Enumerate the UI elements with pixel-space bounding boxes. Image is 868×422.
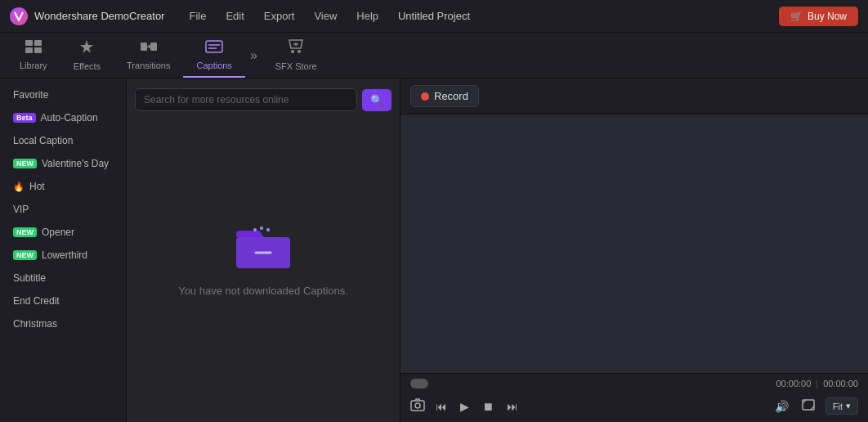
menu-bar: File Edit Export View Help xyxy=(181,7,779,25)
svg-rect-3 xyxy=(34,47,42,53)
menu-edit[interactable]: Edit xyxy=(217,7,252,25)
main-area: Favorite Beta Auto-Caption Local Caption… xyxy=(0,79,868,422)
svg-rect-2 xyxy=(25,47,33,53)
record-label: Record xyxy=(434,90,468,102)
tab-effects[interactable]: Effects xyxy=(60,33,114,78)
sidebar-label-valentines-day: Valentine's Day xyxy=(42,158,109,169)
empty-message: You have not downloaded Captions. xyxy=(178,285,348,297)
svg-marker-4 xyxy=(80,40,93,53)
buy-now-button[interactable]: 🛒 Buy Now xyxy=(779,7,858,26)
sidebar-item-hot[interactable]: 🔥 Hot xyxy=(0,175,126,198)
svg-point-16 xyxy=(266,228,270,231)
search-button[interactable]: 🔍 xyxy=(362,89,391,111)
svg-rect-0 xyxy=(25,40,33,46)
stop-button[interactable]: ⏹ xyxy=(478,397,498,415)
project-title: Untitled Project xyxy=(398,10,470,22)
time-bar: 00:00:00 | 00:00:00 xyxy=(400,374,868,393)
sidebar-label-end-credit: End Credit xyxy=(13,295,60,307)
playback-controls: ⏮ ▶ ⏹ ⏭ xyxy=(432,397,522,415)
badge-new-opener: NEW xyxy=(13,227,37,237)
preview-controls: 00:00:00 | 00:00:00 ⏮ ▶ ⏹ ⏭ xyxy=(400,373,868,422)
tab-transitions-label: Transitions xyxy=(127,61,170,70)
menu-help[interactable]: Help xyxy=(348,7,387,25)
svg-point-10 xyxy=(291,50,294,53)
time-separator: | xyxy=(816,379,818,388)
time-current: 00:00:00 xyxy=(776,379,811,388)
sfx-store-icon xyxy=(287,38,305,59)
sidebar-item-christmas[interactable]: Christmas xyxy=(0,312,126,335)
sidebar-label-favorite: Favorite xyxy=(13,89,48,101)
sidebar-label-vip: VIP xyxy=(13,204,29,215)
app-name: Wondershare DemoCreator xyxy=(34,10,164,22)
record-dot-icon xyxy=(421,92,429,101)
preview-panel: Record 00:00:00 | 00:00:00 xyxy=(400,79,868,422)
effects-icon xyxy=(78,38,95,59)
svg-rect-1 xyxy=(34,40,42,46)
fit-label: Fit xyxy=(833,402,843,411)
toolbar: Library Effects Transitions Caption xyxy=(0,33,868,79)
tab-library[interactable]: Library xyxy=(7,33,60,78)
sidebar-item-end-credit[interactable]: End Credit xyxy=(0,290,126,312)
sidebar-item-lowerthird[interactable]: NEW Lowerthird xyxy=(0,244,126,267)
fit-select[interactable]: Fit ▾ xyxy=(825,397,858,415)
badge-new-valentine: NEW xyxy=(13,159,37,168)
search-input[interactable] xyxy=(135,88,357,111)
search-icon: 🔍 xyxy=(370,94,383,106)
sidebar-item-vip[interactable]: VIP xyxy=(0,198,126,221)
screenshot-button[interactable] xyxy=(410,398,425,414)
tab-sfx-store-label: SFX Store xyxy=(275,61,317,71)
sidebar-item-auto-caption[interactable]: Beta Auto-Caption xyxy=(0,106,126,129)
record-button[interactable]: Record xyxy=(410,85,479,107)
sidebar-label-subtitle: Subtitle xyxy=(13,272,46,284)
volume-button[interactable]: 🔊 xyxy=(771,397,793,415)
svg-rect-17 xyxy=(411,401,424,411)
menu-view[interactable]: View xyxy=(306,7,345,25)
search-bar: 🔍 xyxy=(127,79,400,121)
preview-area xyxy=(400,114,868,373)
sidebar-item-local-caption[interactable]: Local Caption xyxy=(0,129,126,152)
sidebar-label-opener: Opener xyxy=(42,227,74,238)
captions-icon xyxy=(205,39,223,58)
sidebar-item-opener[interactable]: NEW Opener xyxy=(0,221,126,244)
svg-point-15 xyxy=(260,227,263,230)
sidebar-item-favorite[interactable]: Favorite xyxy=(0,83,126,106)
aspect-ratio-button[interactable] xyxy=(798,397,819,415)
menu-export[interactable]: Export xyxy=(256,7,303,25)
time-displays: 00:00:00 | 00:00:00 xyxy=(776,379,858,388)
sidebar-item-subtitle[interactable]: Subtitle xyxy=(0,267,126,290)
library-icon xyxy=(25,39,43,58)
empty-folder-icon xyxy=(235,222,292,272)
app-logo-icon xyxy=(10,7,28,25)
tab-sfx-store[interactable]: SFX Store xyxy=(262,33,330,78)
content-panel: 🔍 You have not downloaded Captions xyxy=(127,79,400,422)
tab-transitions[interactable]: Transitions xyxy=(114,33,183,78)
badge-new-lowerthird: NEW xyxy=(13,250,37,260)
hot-icon: 🔥 xyxy=(13,182,25,192)
sidebar: Favorite Beta Auto-Caption Local Caption… xyxy=(0,79,127,422)
more-tabs-button[interactable]: » xyxy=(245,48,262,63)
svg-rect-5 xyxy=(141,43,147,51)
step-forward-button[interactable]: ⏭ xyxy=(503,397,522,415)
playhead-thumb[interactable] xyxy=(410,379,428,388)
controls-bar: ⏮ ▶ ⏹ ⏭ 🔊 Fit ▾ xyxy=(400,393,868,422)
sidebar-item-valentines-day[interactable]: NEW Valentine's Day xyxy=(0,152,126,175)
step-back-button[interactable]: ⏮ xyxy=(432,397,451,415)
tab-library-label: Library xyxy=(20,61,47,70)
sidebar-label-auto-caption: Auto-Caption xyxy=(41,112,98,123)
tab-effects-label: Effects xyxy=(74,61,101,71)
svg-point-11 xyxy=(298,50,301,53)
empty-state: You have not downloaded Captions. xyxy=(127,121,400,422)
titlebar: Wondershare DemoCreator File Edit Export… xyxy=(0,0,868,33)
sidebar-label-christmas: Christmas xyxy=(13,318,57,330)
audio-controls: 🔊 xyxy=(771,397,819,415)
svg-point-14 xyxy=(253,228,257,231)
buy-now-label: Buy Now xyxy=(808,11,847,22)
time-total: 00:00:00 xyxy=(823,379,858,388)
svg-rect-6 xyxy=(150,43,157,51)
tab-captions[interactable]: Captions xyxy=(183,33,244,78)
transitions-icon xyxy=(140,39,158,58)
sidebar-label-hot: Hot xyxy=(29,181,45,192)
play-button[interactable]: ▶ xyxy=(456,397,473,415)
sidebar-label-lowerthird: Lowerthird xyxy=(42,249,87,261)
menu-file[interactable]: File xyxy=(181,7,214,25)
